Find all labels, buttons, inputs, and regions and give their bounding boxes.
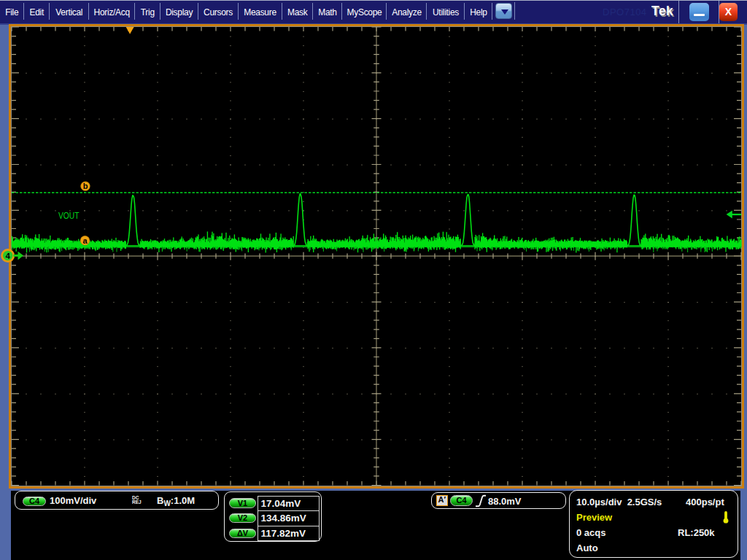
svg-text:4: 4 <box>5 252 10 260</box>
svg-text:a: a <box>82 236 88 245</box>
svg-text:VOUT: VOUT <box>58 210 80 221</box>
svg-text:b: b <box>83 182 88 190</box>
